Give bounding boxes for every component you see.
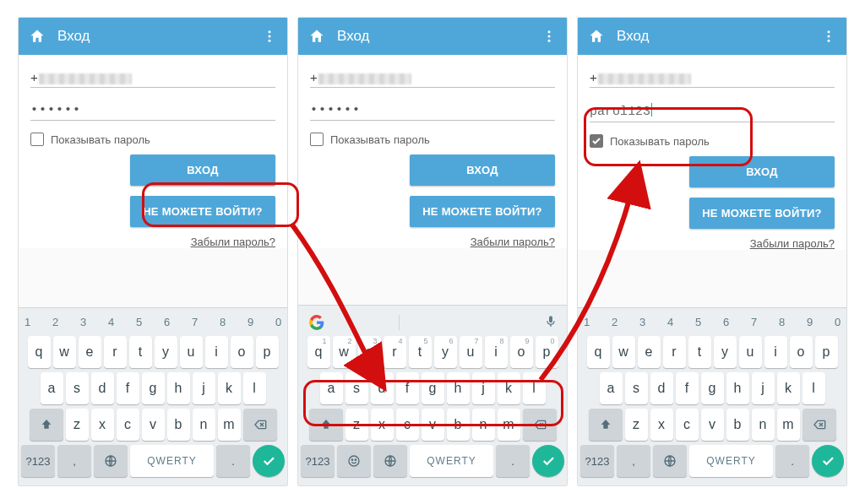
home-icon[interactable] <box>588 28 605 45</box>
key-e[interactable]: e <box>638 336 661 368</box>
key-j[interactable]: j <box>752 372 775 404</box>
key-p[interactable]: p <box>256 336 279 368</box>
key-c[interactable]: c <box>676 409 699 441</box>
key-1[interactable]: 1 <box>18 312 41 332</box>
key-y[interactable]: y <box>155 336 177 368</box>
key-v[interactable]: v <box>142 409 165 441</box>
key-z[interactable]: z <box>66 409 89 441</box>
login-button[interactable]: ВХОД <box>410 154 555 186</box>
key-i[interactable]: i <box>764 336 787 368</box>
key-8[interactable]: 8 <box>210 312 236 332</box>
key-period[interactable]: . <box>496 445 530 477</box>
key-5[interactable]: 5 <box>127 312 152 332</box>
key-m[interactable]: m <box>777 409 800 441</box>
key-o[interactable]: o <box>231 336 253 368</box>
key-p[interactable]: p0 <box>536 336 558 368</box>
enter-key[interactable] <box>253 445 285 477</box>
key-c[interactable]: c <box>396 409 419 441</box>
shift-key[interactable] <box>309 409 343 441</box>
show-password-row[interactable]: Показывать пароль <box>590 134 835 148</box>
phone-field[interactable]: + <box>30 67 275 88</box>
key-q[interactable]: q1 <box>307 336 330 368</box>
key-3[interactable]: 3 <box>630 312 656 332</box>
key-o[interactable]: o9 <box>510 336 533 368</box>
key-q[interactable]: q <box>28 336 51 368</box>
forgot-password-link[interactable]: Забыли пароль? <box>310 236 555 248</box>
key-j[interactable]: j <box>472 372 495 404</box>
key-w[interactable]: w <box>612 336 635 368</box>
phone-field[interactable]: + <box>310 67 555 88</box>
enter-key[interactable] <box>812 445 844 477</box>
key-b[interactable]: b <box>167 409 190 441</box>
globe-key[interactable] <box>94 445 128 477</box>
key-b[interactable]: b <box>726 409 749 441</box>
key-r[interactable]: r4 <box>384 336 406 368</box>
key-t[interactable]: t <box>129 336 152 368</box>
key-4[interactable]: 4 <box>99 312 124 332</box>
key-v[interactable]: v <box>422 409 444 441</box>
key-comma[interactable]: , <box>57 445 91 477</box>
show-password-checkbox[interactable] <box>310 133 324 146</box>
key-b[interactable]: b <box>447 409 470 441</box>
key-u[interactable]: u7 <box>460 336 482 368</box>
space-key[interactable]: QWERTY <box>410 445 493 477</box>
key-m[interactable]: m <box>218 409 241 441</box>
key-n[interactable]: n <box>193 409 215 441</box>
key-6[interactable]: 6 <box>714 312 739 332</box>
forgot-password-link[interactable]: Забыли пароль? <box>590 237 835 250</box>
key-o[interactable]: o <box>790 336 813 368</box>
key-f[interactable]: f <box>117 372 139 404</box>
key-i[interactable]: i <box>205 336 228 368</box>
key-d[interactable]: d <box>371 372 394 404</box>
key-3[interactable]: 3 <box>71 312 96 332</box>
key-g[interactable]: g <box>701 372 724 404</box>
key-9[interactable]: 9 <box>797 312 823 332</box>
key-i[interactable]: i8 <box>485 336 508 368</box>
key-g[interactable]: g <box>422 372 444 404</box>
key-2[interactable]: 2 <box>43 312 68 332</box>
mic-icon[interactable] <box>544 315 558 331</box>
key-y[interactable]: y6 <box>434 336 457 368</box>
key-6[interactable]: 6 <box>155 312 180 332</box>
login-button[interactable]: ВХОД <box>130 154 275 186</box>
home-icon[interactable] <box>29 28 46 45</box>
key-h[interactable]: h <box>447 372 470 404</box>
show-password-checkbox[interactable] <box>30 133 44 146</box>
key-d[interactable]: d <box>650 372 673 404</box>
key-8[interactable]: 8 <box>770 312 795 332</box>
cant-login-button[interactable]: НЕ МОЖЕТЕ ВОЙТИ? <box>410 196 555 227</box>
key-j[interactable]: j <box>193 372 215 404</box>
key-u[interactable]: u <box>739 336 762 368</box>
key-f[interactable]: f <box>396 372 419 404</box>
login-button[interactable]: ВХОД <box>689 156 835 187</box>
key-z[interactable]: z <box>345 409 368 441</box>
space-key[interactable]: QWERTY <box>689 445 773 477</box>
key-k[interactable]: k <box>777 372 800 404</box>
show-password-checkbox[interactable] <box>590 134 603 148</box>
key-t[interactable]: t5 <box>409 336 432 368</box>
key-h[interactable]: h <box>167 372 190 404</box>
password-field[interactable]: •••••• <box>30 100 275 121</box>
emoji-key[interactable] <box>337 445 371 477</box>
shift-key[interactable] <box>30 409 63 441</box>
key-5[interactable]: 5 <box>686 312 711 332</box>
key-l[interactable]: l <box>802 372 825 404</box>
password-field[interactable]: •••••• <box>310 100 555 121</box>
key-e[interactable]: e <box>79 336 101 368</box>
enter-key[interactable] <box>532 445 564 477</box>
key-0[interactable]: 0 <box>825 312 848 332</box>
globe-key[interactable] <box>373 445 407 477</box>
backspace-key[interactable] <box>523 409 557 441</box>
key-x[interactable]: x <box>650 409 673 441</box>
key-k[interactable]: k <box>498 372 520 404</box>
key-w[interactable]: w2 <box>333 336 356 368</box>
key-x[interactable]: x <box>91 409 114 441</box>
key-period[interactable]: . <box>216 445 250 477</box>
cant-login-button[interactable]: НЕ МОЖЕТЕ ВОЙТИ? <box>689 198 835 229</box>
key-4[interactable]: 4 <box>658 312 683 332</box>
key-s[interactable]: s <box>625 372 648 404</box>
key-9[interactable]: 9 <box>238 312 264 332</box>
key-a[interactable]: a <box>320 372 343 404</box>
key-l[interactable]: l <box>523 372 546 404</box>
google-icon[interactable] <box>307 313 326 332</box>
